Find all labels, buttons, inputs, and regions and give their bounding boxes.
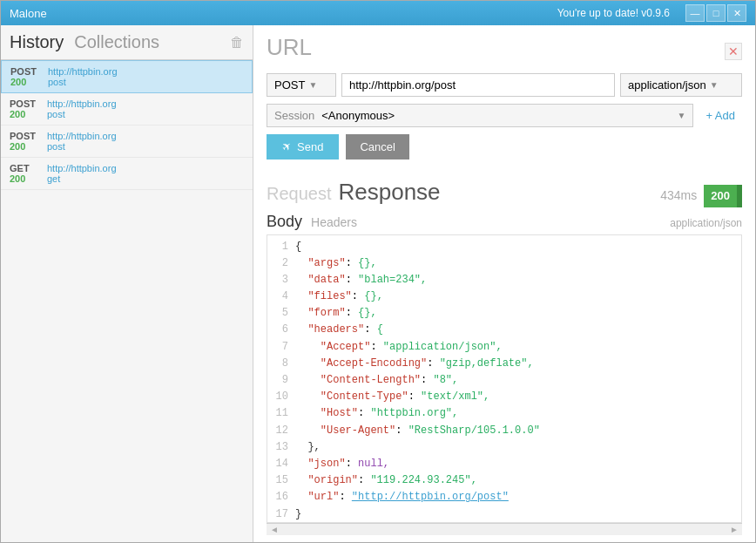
line-number: 3: [271, 272, 295, 288]
scroll-left-arrow[interactable]: ◄: [270, 525, 279, 534]
json-text: "json": null,: [295, 456, 389, 472]
history-list: POST http://httpbin.org 200 post POST ht…: [1, 60, 253, 543]
url-section: URL ✕ POST ▼ application/json ▼ Session …: [267, 34, 742, 170]
close-button[interactable]: ✕: [727, 4, 746, 22]
json-text: "headers": {: [295, 322, 383, 338]
json-line: 7 "Accept": "application/json",: [267, 339, 741, 356]
cancel-button[interactable]: Cancel: [346, 134, 408, 160]
tab-headers[interactable]: Headers: [311, 215, 357, 229]
history-item[interactable]: POST http://httpbin.org 200 post: [1, 126, 253, 158]
json-text: "data": "blah=234",: [295, 272, 427, 288]
url-label: http://httpbin.org: [47, 98, 117, 109]
response-tabs-row: Request Response 434ms 200: [267, 179, 742, 207]
session-row: Session <Anonymous> ▼ + Add: [267, 104, 742, 127]
right-panel: URL ✕ POST ▼ application/json ▼ Session …: [253, 25, 755, 543]
cancel-label: Cancel: [360, 140, 395, 153]
json-line: 12 "User-Agent": "RestSharp/105.1.0.0": [267, 423, 741, 439]
send-label: Send: [297, 140, 323, 153]
method-label: POST: [10, 131, 40, 141]
json-text: "User-Agent": "RestSharp/105.1.0.0": [295, 423, 540, 439]
line-number: 7: [271, 339, 295, 356]
json-text: "files": {},: [295, 288, 383, 305]
session-select[interactable]: Session <Anonymous> ▼: [267, 104, 693, 127]
add-label: + Add: [705, 109, 735, 122]
status-text: You're up to date! v0.9.6: [557, 7, 670, 19]
json-line: 2 "args": {},: [267, 255, 741, 272]
json-text: "Accept-Encoding": "gzip,deflate",: [295, 356, 534, 372]
json-line: 15 "origin": "119.224.93.245",: [267, 472, 741, 489]
json-line: 8 "Accept-Encoding": "gzip,deflate",: [267, 356, 741, 372]
json-line: 3 "data": "blah=234",: [267, 272, 741, 288]
method-select[interactable]: POST ▼: [267, 73, 336, 97]
tab-response[interactable]: Response: [339, 179, 441, 206]
method-label: POST: [10, 98, 40, 109]
json-text: "Accept": "application/json",: [295, 339, 503, 356]
add-button[interactable]: + Add: [699, 105, 742, 126]
history-item[interactable]: GET http://httpbin.org 200 get: [1, 158, 253, 190]
line-number: 16: [271, 489, 295, 506]
titlebar: Malone You're up to date! v0.9.6 — □ ✕: [1, 1, 755, 25]
main-layout: History Collections 🗑 POST http://httpbi…: [1, 25, 755, 543]
method-dropdown-arrow: ▼: [308, 80, 317, 90]
json-line: 16 "url": "http://httpbin.org/post": [267, 489, 741, 506]
json-line: 13 },: [267, 439, 741, 456]
json-line: 6 "headers": {: [267, 322, 741, 338]
url-label: http://httpbin.org: [47, 163, 117, 173]
json-text: "form": {},: [295, 305, 377, 322]
url-title: URL: [267, 34, 312, 61]
status-badge: 200: [704, 185, 737, 207]
url-input[interactable]: [341, 73, 615, 97]
content-type-dropdown-arrow: ▼: [710, 80, 719, 90]
json-text: },: [295, 439, 321, 456]
left-panel: History Collections 🗑 POST http://httpbi…: [1, 25, 253, 543]
line-number: 13: [271, 439, 295, 456]
json-text: "Content-Type": "text/xml",: [295, 389, 489, 405]
app-title: Malone: [10, 7, 47, 20]
json-text: {: [295, 239, 301, 255]
session-dropdown-arrow: ▼: [677, 111, 685, 120]
trash-icon[interactable]: 🗑: [230, 35, 244, 51]
tab-body[interactable]: Body: [267, 213, 302, 231]
json-text: "origin": "119.224.93.245",: [295, 472, 477, 489]
body-headers-left: Body Headers: [267, 213, 357, 231]
json-text: "Host": "httpbin.org",: [295, 405, 458, 422]
line-number: 10: [271, 389, 295, 405]
body-headers-row: Body Headers application/json: [267, 213, 742, 231]
send-button[interactable]: ✈ Send: [267, 134, 339, 160]
history-item[interactable]: POST http://httpbin.org 200 post: [1, 93, 253, 126]
json-text: "Content-Length": "8",: [295, 372, 458, 389]
tab-collections[interactable]: Collections: [74, 32, 159, 52]
line-number: 4: [271, 288, 295, 305]
json-line: 5 "form": {},: [267, 305, 741, 322]
scroll-right-arrow[interactable]: ►: [730, 525, 739, 534]
line-number: 14: [271, 456, 295, 472]
url-row: POST ▼ application/json ▼: [267, 73, 742, 97]
minimize-button[interactable]: —: [685, 4, 705, 22]
line-number: 15: [271, 472, 295, 489]
horizontal-scrollbar[interactable]: ◄ ►: [267, 523, 742, 535]
line-number: 5: [271, 305, 295, 322]
tab-history[interactable]: History: [10, 32, 64, 52]
url-close-icon[interactable]: ✕: [725, 43, 742, 60]
status-label: 200: [10, 173, 40, 184]
content-type-display: application/json: [670, 217, 742, 229]
content-type-value: application/json: [628, 78, 706, 92]
titlebar-controls: — □ ✕: [685, 4, 746, 22]
endpoint-label: post: [47, 141, 65, 152]
send-icon: ✈: [279, 139, 294, 155]
endpoint-label: post: [48, 77, 66, 87]
content-type-select[interactable]: application/json ▼: [620, 73, 742, 97]
status-label: 200: [10, 109, 40, 119]
line-number: 17: [271, 506, 295, 523]
response-time: 434ms: [660, 188, 697, 202]
json-body[interactable]: 1{2 "args": {},3 "data": "blah=234",4 "f…: [267, 234, 742, 524]
method-value: POST: [274, 78, 305, 92]
line-number: 9: [271, 372, 295, 389]
session-label: Session: [274, 109, 314, 122]
response-section: Request Response 434ms 200 Body Headers …: [267, 179, 742, 535]
maximize-button[interactable]: □: [706, 4, 726, 22]
tab-request[interactable]: Request: [267, 184, 332, 204]
json-line: 17}: [267, 506, 741, 523]
url-label: http://httpbin.org: [48, 66, 118, 77]
history-item[interactable]: POST http://httpbin.org 200 post: [1, 60, 253, 93]
